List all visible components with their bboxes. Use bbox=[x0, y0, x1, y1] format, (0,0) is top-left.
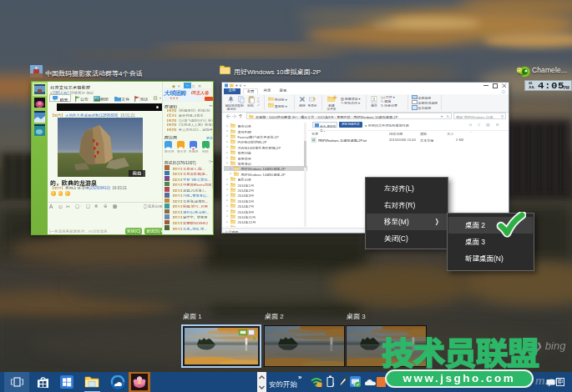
svg-text:▾: ▾ bbox=[244, 83, 246, 88]
